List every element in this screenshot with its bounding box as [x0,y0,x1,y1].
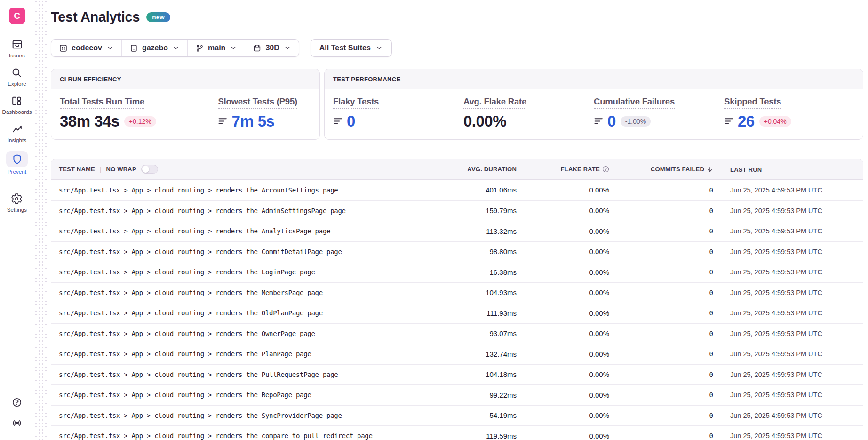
flake-rate-value: 0.00% [522,329,616,337]
commits-failed-value: 0 [616,289,721,296]
header-separator: | [100,166,102,173]
metric-value-link[interactable]: 26 [738,113,755,129]
last-run-value: Jun 25, 2025 4:59:53 PM UTC [721,248,855,256]
flake-rate-value: 0.00% [522,248,616,256]
table-row[interactable]: src/App.test.tsx > App > cloud routing >… [51,221,863,241]
sidebar-item-issues[interactable]: Issues [9,38,25,58]
table-row[interactable]: src/App.test.tsx > App > cloud routing >… [51,344,863,364]
avg-duration-value: 93.07ms [452,329,522,337]
sidebar-item-dashboards[interactable]: Dashboards [2,95,32,115]
metric-label[interactable]: Flaky Tests [333,96,379,109]
table-row[interactable]: src/App.test.tsx > App > cloud routing >… [51,262,863,282]
metric-slowest-tests: Slowest Tests (P95) 7m 5s [218,96,311,129]
table-row[interactable]: src/App.test.tsx > App > cloud routing >… [51,364,863,385]
filter-lines-icon [724,116,734,126]
sidebar-item-label: Explore [8,81,26,87]
sidebar-item-explore[interactable]: Explore [8,66,26,87]
last-run-label: LAST RUN [730,166,762,173]
test-name: src/App.test.tsx > App > cloud routing >… [59,268,452,276]
table-header-row: TEST NAME | NO WRAP AVG. DURATION FLAKE … [51,159,863,180]
metric-total-tests-run-time: Total Tests Run Time 38m 34s +0.12% [60,96,218,129]
filter-group: codecov gazebo main 30D [51,39,299,57]
metric-value-link[interactable]: 7m 5s [231,113,274,129]
commits-failed-value: 0 [616,227,721,235]
flake-rate-value: 0.00% [522,227,616,235]
avg-duration-label: AVG. DURATION [467,166,517,173]
branch-selector[interactable]: main [187,40,245,56]
last-run-value: Jun 25, 2025 4:59:53 PM UTC [721,330,855,337]
table-row[interactable]: src/App.test.tsx > App > cloud routing >… [51,303,863,323]
avg-duration-value: 99.22ms [452,391,522,399]
ci-run-efficiency-card: CI RUN EFFICIENCY Total Tests Run Time 3… [51,69,320,140]
test-name: src/App.test.tsx > App > cloud routing >… [59,350,452,358]
metric-label[interactable]: Skipped Tests [724,96,781,109]
sidebar-item-insights[interactable]: Insights [8,123,26,143]
table-row[interactable]: src/App.test.tsx > App > cloud routing >… [51,241,863,262]
flake-rate-value: 0.00% [522,391,616,399]
avg-duration-value: 113.32ms [452,227,522,235]
sidebar-item-prevent[interactable]: Prevent [6,151,28,175]
test-table-body: src/App.test.tsx > App > cloud routing >… [51,180,863,440]
metric-label[interactable]: Slowest Tests (P95) [218,96,297,109]
table-row[interactable]: src/App.test.tsx > App > cloud routing >… [51,200,863,221]
commits-failed-label: COMMITS FAILED [651,166,704,173]
metric-value: 38m 34s [60,113,119,129]
chevron-down-icon [172,44,180,52]
avg-duration-header[interactable]: AVG. DURATION [452,166,522,173]
metric-flaky-tests: Flaky Tests 0 [333,96,463,129]
test-performance-card: TEST PERFORMANCE Flaky Tests 0 Avg. Flak… [324,69,863,140]
table-row[interactable]: src/App.test.tsx > App > cloud routing >… [51,282,863,303]
commits-failed-value: 0 [616,391,721,399]
help-button[interactable] [10,396,24,410]
chevron-down-icon [375,44,383,52]
repo-selector[interactable]: gazebo [121,40,187,56]
app-root: C Issues Explore Dashboards Insights [0,0,868,440]
table-row[interactable]: src/App.test.tsx > App > cloud routing >… [51,405,863,426]
metric-label[interactable]: Total Tests Run Time [60,96,144,109]
commits-failed-value: 0 [616,432,721,440]
main-content: Test Analytics new codecov gazebo main [47,0,868,440]
test-name: src/App.test.tsx > App > cloud routing >… [59,371,452,378]
metric-label[interactable]: Avg. Flake Rate [463,96,526,109]
flake-rate-value: 0.00% [522,207,616,215]
avg-duration-value: 132.74ms [452,350,522,358]
gear-icon [10,192,23,205]
last-run-header[interactable]: LAST RUN [721,165,855,174]
card-header: CI RUN EFFICIENCY [51,69,319,89]
last-run-value: Jun 25, 2025 4:59:53 PM UTC [721,371,855,378]
flake-rate-value: 0.00% [522,370,616,378]
commits-failed-value: 0 [616,207,721,215]
metric-label[interactable]: Cumulative Failures [594,96,675,109]
org-selector[interactable]: codecov [51,40,121,56]
commits-failed-header[interactable]: COMMITS FAILED [616,166,721,173]
table-row[interactable]: src/App.test.tsx > App > cloud routing >… [51,323,863,344]
test-suites-selector[interactable]: All Test Suites [311,39,392,57]
calendar-icon [253,44,262,53]
toggle-knob [142,166,149,173]
metric-value-link[interactable]: 0 [607,113,616,129]
test-name: src/App.test.tsx > App > cloud routing >… [59,289,452,296]
table-row[interactable]: src/App.test.tsx > App > cloud routing >… [51,384,863,405]
no-wrap-toggle[interactable] [141,165,158,174]
sidebar-item-settings[interactable]: Settings [7,192,27,213]
table-row[interactable]: src/App.test.tsx > App > cloud routing >… [51,180,863,200]
flake-rate-value: 0.00% [522,411,616,419]
test-name: src/App.test.tsx > App > cloud routing >… [59,412,452,419]
org-logo[interactable]: C [9,8,25,24]
card-title: TEST PERFORMANCE [333,76,400,83]
metric-value-link[interactable]: 0 [347,113,355,129]
metric-value: 0.00% [463,113,506,129]
date-range-selector[interactable]: 30D [245,40,298,56]
flake-rate-header[interactable]: FLAKE RATE [522,166,616,173]
filter-lines-icon [333,116,343,126]
info-icon[interactable] [602,166,609,173]
card-body: Total Tests Run Time 38m 34s +0.12% Slow… [51,89,319,139]
card-header: TEST PERFORMANCE [325,69,863,89]
page-header: Test Analytics new [51,9,863,25]
test-name: src/App.test.tsx > App > cloud routing >… [59,248,452,256]
branch-value: main [208,44,225,52]
whats-new-button[interactable] [10,417,24,431]
table-row[interactable]: src/App.test.tsx > App > cloud routing >… [51,425,863,440]
chevron-down-icon [106,44,114,52]
test-name: src/App.test.tsx > App > cloud routing >… [59,432,452,440]
